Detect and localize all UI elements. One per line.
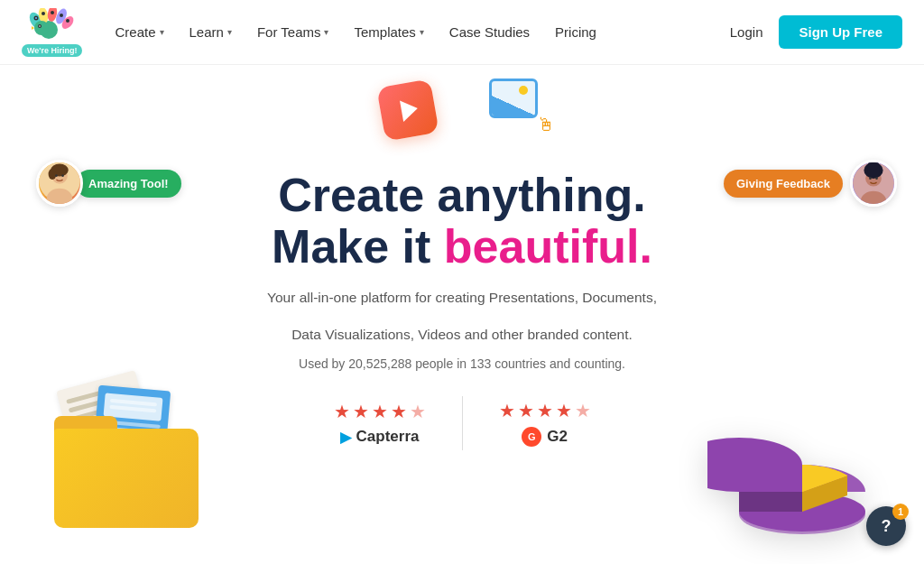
ratings-row: ★ ★ ★ ★ ★ ▶ Capterra ★ ★ ★ ★ ★ G G2 xyxy=(298,396,627,450)
hero-subtext-line2: Data Visualizations, Videos and other br… xyxy=(291,324,633,347)
svg-point-21 xyxy=(55,174,58,177)
play-icon-decoration xyxy=(381,83,435,137)
nav-item-for-teams[interactable]: For Teams ▾ xyxy=(246,17,340,47)
user-avatar-left xyxy=(36,160,83,207)
chevron-down-icon: ▾ xyxy=(420,27,424,37)
used-by-text: Used by 20,525,288 people in 133 countri… xyxy=(299,356,625,371)
svg-point-22 xyxy=(61,174,64,177)
svg-point-30 xyxy=(875,177,878,180)
g2-logo-icon: G xyxy=(522,427,541,447)
amazing-tool-decoration: Amazing Tool! xyxy=(36,160,181,207)
giving-feedback-decoration: Giving Feedback xyxy=(724,160,897,207)
nav-item-case-studies[interactable]: Case Studies xyxy=(439,17,541,47)
help-notification-badge: 1 xyxy=(892,504,909,520)
capterra-stars: ★ ★ ★ ★ ★ xyxy=(334,401,426,422)
g2-brand: G G2 xyxy=(522,427,568,447)
capterra-arrow-icon: ▶ xyxy=(340,429,351,446)
logo-icon xyxy=(29,8,76,42)
nav-item-create[interactable]: Create ▾ xyxy=(104,17,174,47)
svg-point-9 xyxy=(51,11,54,14)
logo[interactable]: We're Hiring! xyxy=(22,8,82,57)
image-icon-decoration: 🖱 xyxy=(489,79,552,133)
help-button[interactable]: ? 1 xyxy=(866,506,906,546)
nav-item-templates[interactable]: Templates ▾ xyxy=(343,17,434,47)
svg-point-15 xyxy=(39,25,41,27)
svg-point-28 xyxy=(868,160,879,171)
navbar: We're Hiring! Create ▾ Learn ▾ For Teams… xyxy=(0,0,924,65)
giving-feedback-bubble: Giving Feedback xyxy=(724,170,843,198)
login-button[interactable]: Login xyxy=(714,17,780,47)
nav-item-pricing[interactable]: Pricing xyxy=(544,17,607,47)
capterra-rating: ★ ★ ★ ★ ★ ▶ Capterra xyxy=(298,401,462,446)
svg-point-20 xyxy=(49,169,57,180)
svg-point-10 xyxy=(60,14,63,17)
folder-decoration xyxy=(45,393,226,537)
user-avatar-right xyxy=(850,160,897,207)
svg-point-29 xyxy=(869,177,872,180)
pie-chart-decoration xyxy=(707,402,888,546)
chevron-down-icon: ▾ xyxy=(324,27,328,37)
svg-point-8 xyxy=(42,12,45,15)
hero-section: 🖱 Amazing T xyxy=(0,65,924,564)
svg-marker-13 xyxy=(32,26,34,30)
amazing-tool-bubble: Amazing Tool! xyxy=(76,170,181,198)
signup-button[interactable]: Sign Up Free xyxy=(779,15,902,49)
g2-stars: ★ ★ ★ ★ ★ xyxy=(499,400,591,421)
svg-point-12 xyxy=(34,21,49,35)
hiring-badge: We're Hiring! xyxy=(22,44,82,57)
headline-line2: Make it beautiful. xyxy=(267,221,657,273)
hero-subtext-line1: Your all-in-one platform for creating Pr… xyxy=(267,287,657,310)
nav-item-learn[interactable]: Learn ▾ xyxy=(179,17,243,47)
capterra-brand: ▶ Capterra xyxy=(340,428,420,446)
chevron-down-icon: ▾ xyxy=(160,27,164,37)
hero-headline: Create anything. Make it beautiful. Your… xyxy=(267,170,657,372)
nav-links: Create ▾ Learn ▾ For Teams ▾ Templates ▾… xyxy=(104,17,606,47)
chevron-down-icon: ▾ xyxy=(227,27,232,37)
g2-rating: ★ ★ ★ ★ ★ G G2 xyxy=(463,400,627,447)
svg-point-11 xyxy=(66,19,69,23)
headline-line1: Create anything. xyxy=(267,170,657,221)
svg-point-7 xyxy=(35,17,37,19)
